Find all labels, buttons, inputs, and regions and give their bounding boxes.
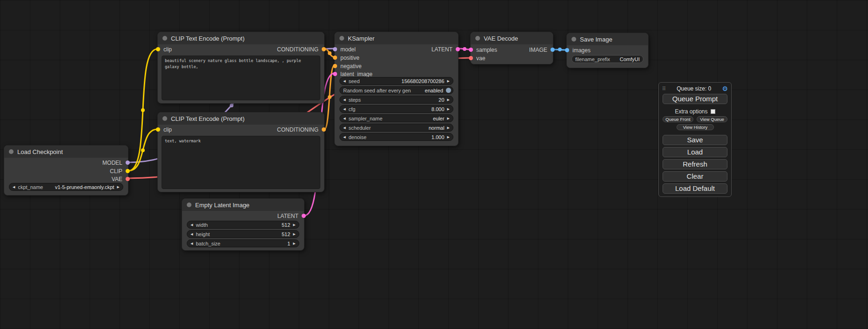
positive-input-dot[interactable] (333, 56, 337, 60)
increment-arrow-icon[interactable]: ▶ (447, 79, 450, 83)
denoise-widget[interactable]: ◀ denoise 1.000 ▶ (339, 133, 453, 141)
drag-handle-icon[interactable]: ⠿ (662, 86, 666, 92)
positive-prompt-textarea[interactable]: beautiful scenery nature glass bottle la… (162, 56, 320, 100)
conditioning-output-dot[interactable] (322, 47, 326, 51)
widget-label: ckpt_name (18, 184, 43, 190)
collapse-dot-icon[interactable] (339, 36, 344, 41)
input-slot-positive: positive (335, 54, 360, 62)
latent-output-dot[interactable] (302, 214, 306, 218)
increment-arrow-icon[interactable]: ▶ (447, 98, 450, 101)
node-vae-decode[interactable]: VAE Decode samples vae IMAGE (470, 32, 553, 64)
batch-size-widget[interactable]: ◀ batch_size 1 ▶ (187, 239, 299, 247)
slot-label: LATENT (277, 213, 298, 219)
node-title-bar[interactable]: CLIP Text Encode (Prompt) (158, 112, 324, 125)
height-widget[interactable]: ◀ height 512 ▶ (187, 230, 299, 238)
latent-output-dot[interactable] (456, 47, 460, 51)
queue-front-button[interactable]: Queue Front (663, 116, 693, 122)
save-button[interactable]: Save (663, 135, 727, 145)
decrement-arrow-icon[interactable]: ◀ (13, 185, 15, 189)
decrement-arrow-icon[interactable]: ◀ (343, 79, 346, 83)
increment-arrow-icon[interactable]: ▶ (293, 232, 296, 236)
sampler-name-widget[interactable]: ◀ sampler_name euler ▶ (339, 114, 453, 122)
decrement-arrow-icon[interactable]: ◀ (191, 223, 193, 226)
negative-prompt-textarea[interactable]: text, watermark (162, 136, 320, 189)
clip-input-dot[interactable] (156, 47, 160, 51)
output-slot-vae: VAE (112, 175, 128, 183)
clear-button[interactable]: Clear (663, 171, 727, 182)
node-save-image[interactable]: Save Image images filename_prefix ComfyU… (566, 33, 649, 68)
settings-gear-icon[interactable]: ⚙ (722, 85, 728, 92)
images-input-dot[interactable] (565, 48, 569, 52)
negative-input-dot[interactable] (333, 64, 337, 68)
widget-label: cfg (348, 106, 355, 112)
image-output-dot[interactable] (550, 48, 555, 52)
node-load-checkpoint[interactable]: Load Checkpoint MODEL CLIP VAE ◀ ckpt_na… (4, 145, 128, 196)
node-title-bar[interactable]: Empty Latent Image (182, 199, 304, 211)
collapse-dot-icon[interactable] (9, 149, 14, 154)
latent-image-input-dot[interactable] (333, 72, 337, 76)
refresh-button[interactable]: Refresh (663, 159, 727, 169)
node-empty-latent-image[interactable]: Empty Latent Image LATENT ◀ width 512 ▶ … (182, 198, 304, 251)
collapse-dot-icon[interactable] (475, 36, 480, 41)
collapse-dot-icon[interactable] (162, 116, 167, 121)
steps-widget[interactable]: ◀ steps 20 ▶ (339, 96, 453, 104)
vae-output-dot[interactable] (126, 177, 130, 181)
decrement-arrow-icon[interactable]: ◀ (343, 135, 346, 139)
slot-label: clip (163, 126, 172, 133)
load-button[interactable]: Load (663, 147, 727, 157)
model-output-dot[interactable] (126, 161, 130, 165)
node-title-bar[interactable]: KSampler (335, 32, 458, 44)
increment-arrow-icon[interactable]: ▶ (293, 223, 296, 226)
decrement-arrow-icon[interactable]: ◀ (343, 117, 346, 120)
output-slot-latent: LATENT (277, 212, 304, 220)
output-slot-conditioning: CONDITIONING (277, 45, 324, 53)
width-widget[interactable]: ◀ width 512 ▶ (187, 221, 299, 229)
increment-arrow-icon[interactable]: ▶ (117, 185, 120, 189)
node-clip-text-encode-positive[interactable]: CLIP Text Encode (Prompt) clip CONDITION… (157, 32, 325, 104)
node-clip-text-encode-negative[interactable]: CLIP Text Encode (Prompt) clip CONDITION… (157, 112, 325, 192)
decrement-arrow-icon[interactable]: ◀ (191, 232, 193, 236)
decrement-arrow-icon[interactable]: ◀ (343, 107, 346, 111)
node-title-bar[interactable]: Save Image (567, 33, 648, 45)
view-history-button[interactable]: View History (677, 124, 714, 130)
node-title: CLIP Text Encode (Prompt) (171, 35, 245, 42)
node-title-bar[interactable]: VAE Decode (471, 32, 553, 44)
decrement-arrow-icon[interactable]: ◀ (191, 242, 193, 245)
node-canvas[interactable]: { "colors": { "model": "#b39ddb", "clip"… (0, 0, 868, 329)
clip-output-dot[interactable] (126, 169, 130, 173)
decrement-arrow-icon[interactable]: ◀ (343, 126, 346, 129)
decrement-arrow-icon[interactable]: ◀ (343, 98, 346, 101)
increment-arrow-icon[interactable]: ▶ (447, 126, 450, 129)
queue-panel-header[interactable]: ⠿ Queue size: 0 ⚙ (662, 85, 728, 92)
collapse-dot-icon[interactable] (572, 37, 576, 42)
ckpt-name-widget[interactable]: ◀ ckpt_name v1-5-pruned-emaonly.ckpt ▶ (9, 183, 123, 191)
output-slot-model: MODEL (102, 159, 128, 167)
collapse-dot-icon[interactable] (187, 203, 191, 207)
extra-options-checkbox[interactable] (711, 109, 715, 114)
view-queue-button[interactable]: View Queue (697, 116, 727, 122)
vae-input-dot[interactable] (469, 56, 473, 60)
random-seed-widget[interactable]: Random seed after every gen enabled (339, 86, 453, 94)
node-title-bar[interactable]: CLIP Text Encode (Prompt) (158, 32, 324, 44)
collapse-dot-icon[interactable] (162, 36, 167, 41)
increment-arrow-icon[interactable]: ▶ (447, 117, 450, 120)
widget-label: seed (348, 78, 360, 84)
node-title: Save Image (580, 36, 612, 43)
samples-input-dot[interactable] (469, 48, 473, 52)
increment-arrow-icon[interactable]: ▶ (447, 107, 450, 111)
seed-toggle-dot[interactable] (446, 88, 451, 93)
increment-arrow-icon[interactable]: ▶ (293, 242, 296, 245)
node-title-bar[interactable]: Load Checkpoint (4, 146, 128, 158)
widget-value: 8.000 (431, 106, 445, 112)
conditioning-output-dot[interactable] (322, 127, 326, 132)
load-default-button[interactable]: Load Default (663, 183, 727, 194)
queue-prompt-button[interactable]: Queue Prompt (663, 94, 727, 104)
cfg-widget[interactable]: ◀ cfg 8.000 ▶ (339, 105, 453, 113)
increment-arrow-icon[interactable]: ▶ (447, 135, 450, 139)
clip-input-dot[interactable] (156, 127, 160, 132)
scheduler-widget[interactable]: ◀ scheduler normal ▶ (339, 124, 453, 132)
node-ksampler[interactable]: KSampler model positive negative latent_… (334, 32, 459, 146)
seed-widget[interactable]: ◀ seed 156680208700286 ▶ (339, 77, 453, 85)
filename-prefix-widget[interactable]: filename_prefix ComfyUI (572, 55, 643, 63)
model-input-dot[interactable] (333, 47, 337, 51)
